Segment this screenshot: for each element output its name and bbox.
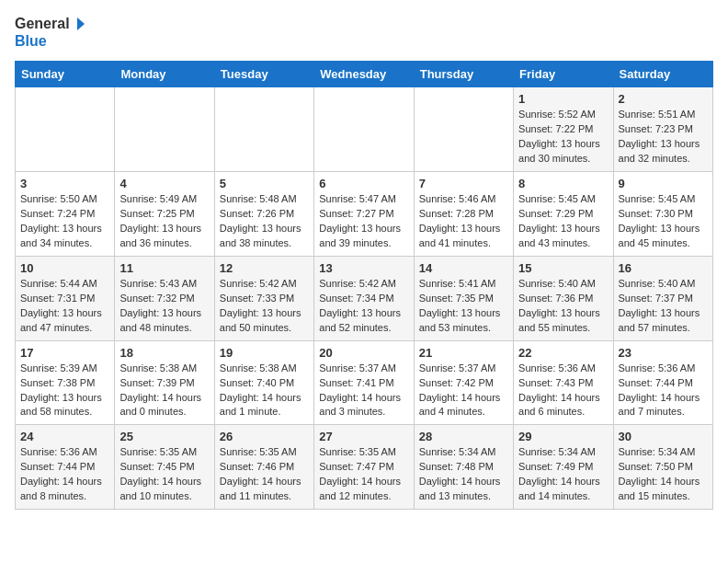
day-number: 19 [220,346,309,360]
day-number: 25 [119,430,209,443]
cell-content: Sunrise: 5:42 AM Sunset: 7:34 PM Dayligh… [319,277,408,336]
calendar-cell: 15Sunrise: 5:40 AM Sunset: 7:36 PM Dayli… [514,256,613,340]
cell-content: Sunrise: 5:35 AM Sunset: 7:46 PM Dayligh… [220,445,309,504]
cell-content: Sunrise: 5:36 AM Sunset: 7:43 PM Dayligh… [518,362,608,420]
cell-content: Sunrise: 5:47 AM Sunset: 7:27 PM Dayligh… [319,192,408,251]
cell-content: Sunrise: 5:51 AM Sunset: 7:23 PM Dayligh… [619,108,708,167]
day-number: 27 [319,430,408,443]
cell-content: Sunrise: 5:45 AM Sunset: 7:29 PM Dayligh… [518,192,608,251]
day-number: 24 [20,430,109,443]
calendar-cell: 17Sunrise: 5:39 AM Sunset: 7:38 PM Dayli… [16,340,115,425]
cell-content: Sunrise: 5:34 AM Sunset: 7:50 PM Dayligh… [619,445,708,504]
weekday-header-tuesday: Tuesday [214,62,313,87]
day-number: 22 [518,346,608,360]
cell-content: Sunrise: 5:44 AM Sunset: 7:31 PM Dayligh… [20,277,109,336]
calendar-cell: 3Sunrise: 5:50 AM Sunset: 7:24 PM Daylig… [16,172,115,257]
day-number: 5 [220,177,309,190]
calendar-cell: 24Sunrise: 5:36 AM Sunset: 7:44 PM Dayli… [16,425,115,510]
calendar-cell: 16Sunrise: 5:40 AM Sunset: 7:37 PM Dayli… [613,256,712,340]
calendar-cell: 12Sunrise: 5:42 AM Sunset: 7:33 PM Dayli… [214,256,313,340]
calendar-cell: 8Sunrise: 5:45 AM Sunset: 7:29 PM Daylig… [514,172,613,257]
calendar-cell: 4Sunrise: 5:49 AM Sunset: 7:25 PM Daylig… [115,172,214,257]
calendar-cell: 2Sunrise: 5:51 AM Sunset: 7:23 PM Daylig… [613,87,712,172]
day-number: 10 [20,261,109,275]
day-number: 8 [518,177,608,190]
calendar-cell: 26Sunrise: 5:35 AM Sunset: 7:46 PM Dayli… [214,425,313,510]
calendar-cell: 10Sunrise: 5:44 AM Sunset: 7:31 PM Dayli… [16,256,115,340]
calendar-cell: 27Sunrise: 5:35 AM Sunset: 7:47 PM Dayli… [314,425,414,510]
calendar-cell [314,87,414,172]
cell-content: Sunrise: 5:40 AM Sunset: 7:37 PM Dayligh… [619,277,708,336]
cell-content: Sunrise: 5:43 AM Sunset: 7:32 PM Dayligh… [119,277,209,336]
cell-content: Sunrise: 5:37 AM Sunset: 7:41 PM Dayligh… [319,362,408,420]
cell-content: Sunrise: 5:38 AM Sunset: 7:39 PM Dayligh… [119,362,209,420]
calendar-cell: 13Sunrise: 5:42 AM Sunset: 7:34 PM Dayli… [314,256,414,340]
calendar-cell: 21Sunrise: 5:37 AM Sunset: 7:42 PM Dayli… [414,340,513,425]
cell-content: Sunrise: 5:46 AM Sunset: 7:28 PM Dayligh… [419,192,508,251]
weekday-header-sunday: Sunday [16,62,115,87]
calendar-cell: 1Sunrise: 5:52 AM Sunset: 7:22 PM Daylig… [514,87,613,172]
cell-content: Sunrise: 5:37 AM Sunset: 7:42 PM Dayligh… [419,362,508,420]
day-number: 14 [419,261,508,275]
weekday-header-thursday: Thursday [414,62,513,87]
day-number: 9 [619,177,708,190]
logo-general-text: General [15,15,70,32]
cell-content: Sunrise: 5:45 AM Sunset: 7:30 PM Dayligh… [619,192,708,251]
calendar-cell [115,87,214,172]
calendar-cell: 28Sunrise: 5:34 AM Sunset: 7:48 PM Dayli… [414,425,513,510]
day-number: 11 [119,261,209,275]
day-number: 29 [518,430,608,443]
logo: General Blue [15,15,86,50]
day-number: 28 [419,430,508,443]
weekday-header-wednesday: Wednesday [314,62,414,87]
cell-content: Sunrise: 5:35 AM Sunset: 7:45 PM Dayligh… [119,445,209,504]
logo-blue-text: Blue [15,32,86,50]
cell-content: Sunrise: 5:48 AM Sunset: 7:26 PM Dayligh… [220,192,309,251]
day-number: 12 [220,261,309,275]
cell-content: Sunrise: 5:41 AM Sunset: 7:35 PM Dayligh… [419,277,508,336]
day-number: 18 [119,346,209,360]
header: General Blue [15,15,713,50]
calendar-cell: 19Sunrise: 5:38 AM Sunset: 7:40 PM Dayli… [214,340,313,425]
day-number: 20 [319,346,408,360]
cell-content: Sunrise: 5:36 AM Sunset: 7:44 PM Dayligh… [619,362,708,420]
weekday-header-saturday: Saturday [613,62,712,87]
calendar-cell [214,87,313,172]
calendar-cell: 9Sunrise: 5:45 AM Sunset: 7:30 PM Daylig… [613,172,712,257]
calendar-cell: 18Sunrise: 5:38 AM Sunset: 7:39 PM Dayli… [115,340,214,425]
logo-container: General Blue [15,15,86,50]
cell-content: Sunrise: 5:50 AM Sunset: 7:24 PM Dayligh… [20,192,109,251]
calendar-cell [16,87,115,172]
calendar-cell: 14Sunrise: 5:41 AM Sunset: 7:35 PM Dayli… [414,256,513,340]
cell-content: Sunrise: 5:40 AM Sunset: 7:36 PM Dayligh… [518,277,608,336]
calendar-cell: 23Sunrise: 5:36 AM Sunset: 7:44 PM Dayli… [613,340,712,425]
day-number: 17 [20,346,109,360]
cell-content: Sunrise: 5:38 AM Sunset: 7:40 PM Dayligh… [220,362,309,420]
cell-content: Sunrise: 5:36 AM Sunset: 7:44 PM Dayligh… [20,445,109,504]
weekday-header-friday: Friday [514,62,613,87]
cell-content: Sunrise: 5:34 AM Sunset: 7:49 PM Dayligh… [518,445,608,504]
day-number: 13 [319,261,408,275]
cell-content: Sunrise: 5:39 AM Sunset: 7:38 PM Dayligh… [20,362,109,420]
day-number: 4 [119,177,209,190]
calendar-cell: 6Sunrise: 5:47 AM Sunset: 7:27 PM Daylig… [314,172,414,257]
calendar-cell: 5Sunrise: 5:48 AM Sunset: 7:26 PM Daylig… [214,172,313,257]
day-number: 2 [619,92,708,106]
day-number: 3 [20,177,109,190]
calendar-table: SundayMondayTuesdayWednesdayThursdayFrid… [15,61,713,510]
calendar-page: General Blue SundayMondayTuesdayWednesda… [0,0,728,519]
day-number: 21 [419,346,508,360]
logo-arrow-icon [70,16,86,32]
calendar-cell: 30Sunrise: 5:34 AM Sunset: 7:50 PM Dayli… [613,425,712,510]
calendar-cell [414,87,513,172]
day-number: 23 [619,346,708,360]
day-number: 16 [619,261,708,275]
weekday-header-monday: Monday [115,62,214,87]
calendar-cell: 22Sunrise: 5:36 AM Sunset: 7:43 PM Dayli… [514,340,613,425]
calendar-cell: 7Sunrise: 5:46 AM Sunset: 7:28 PM Daylig… [414,172,513,257]
calendar-cell: 25Sunrise: 5:35 AM Sunset: 7:45 PM Dayli… [115,425,214,510]
calendar-cell: 11Sunrise: 5:43 AM Sunset: 7:32 PM Dayli… [115,256,214,340]
calendar-cell: 29Sunrise: 5:34 AM Sunset: 7:49 PM Dayli… [514,425,613,510]
cell-content: Sunrise: 5:49 AM Sunset: 7:25 PM Dayligh… [119,192,209,251]
cell-content: Sunrise: 5:52 AM Sunset: 7:22 PM Dayligh… [518,108,608,167]
